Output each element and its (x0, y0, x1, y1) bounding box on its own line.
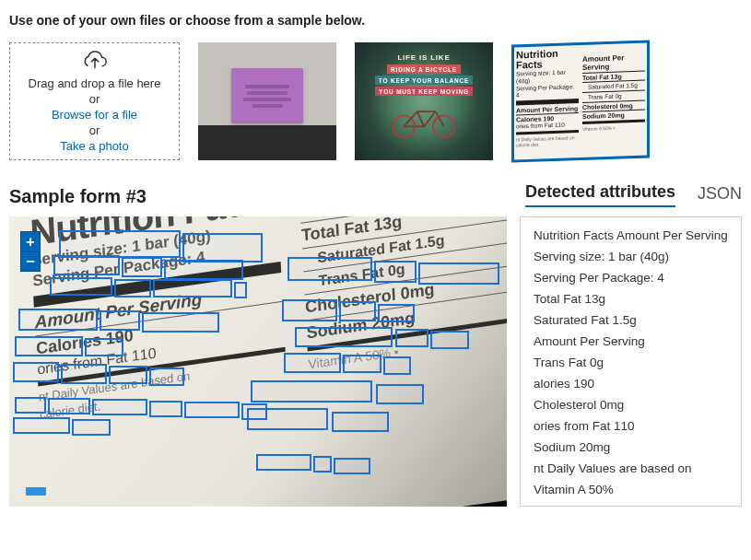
attr-line: Amount Per Serving (534, 334, 728, 348)
sample-thumb-2[interactable]: LIFE IS LIKE RIDING A BICYCLE TO KEEP YO… (355, 42, 493, 160)
detection-box (15, 397, 46, 414)
browse-file-link[interactable]: Browse for a file (52, 108, 137, 122)
detection-box (59, 230, 181, 258)
detection-box (234, 282, 247, 298)
attr-line: calorie diet. (534, 504, 728, 507)
detection-box (251, 380, 372, 402)
attr-line: ories from Fat 110 (534, 419, 728, 433)
or-text-2: or (89, 123, 100, 137)
detection-box (184, 402, 240, 418)
sample-thumb-1[interactable] (198, 42, 336, 160)
detection-box (383, 356, 411, 375)
attr-line: Sodium 20mg (534, 440, 728, 454)
sample-thumb-3[interactable]: Nutrition Facts Serving size: 1 bar (40g… (511, 40, 650, 162)
attr-line: Trans Fat 0g (534, 356, 728, 369)
detection-box (182, 233, 263, 262)
zoom-out-button[interactable]: − (20, 251, 41, 272)
detection-box (343, 355, 381, 373)
or-text-1: or (89, 92, 100, 106)
detection-box (142, 312, 219, 332)
detection-box (247, 408, 328, 430)
bicycle-icon (385, 103, 463, 138)
detection-box (418, 262, 499, 285)
file-dropzone[interactable]: Drag and drop a file here or Browse for … (9, 42, 180, 160)
result-tabs: Detected attributes JSON (525, 182, 742, 207)
detection-box (284, 353, 341, 373)
attr-line: Nutrition Facts Amount Per Serving (534, 228, 728, 242)
tab-detected-attributes[interactable]: Detected attributes (525, 182, 675, 207)
detection-box (100, 310, 140, 331)
detection-box (164, 260, 243, 280)
detected-attributes-panel: Nutrition Facts Amount Per Serving Servi… (520, 216, 742, 507)
detection-box (282, 299, 337, 321)
detection-box (149, 401, 182, 417)
detection-box (48, 398, 90, 414)
detection-box (72, 419, 111, 436)
bike-text: LIFE IS LIKE RIDING A BICYCLE TO KEEP YO… (375, 52, 473, 98)
drag-text: Drag and drop a file here (29, 76, 161, 90)
cloud-upload-icon (81, 50, 109, 75)
zoom-controls: + − (20, 231, 41, 272)
detection-box (53, 255, 120, 275)
attr-line: Cholesterol 0mg (534, 398, 728, 412)
detection-box (332, 412, 389, 432)
detection-box (85, 338, 123, 356)
attr-line: Serving Per Package: 4 (534, 271, 728, 285)
tab-json[interactable]: JSON (698, 184, 742, 207)
attr-line: Serving size: 1 bar (40g) (534, 250, 728, 263)
sticky-note-graphic (231, 68, 303, 123)
detection-box (114, 279, 151, 298)
attr-line: Vitamin A 50% (534, 483, 728, 496)
attr-line: Saturated Fat 1.5g (534, 313, 728, 327)
image-viewer[interactable]: + − Nutrition Facts Serving size: 1 bar … (9, 216, 507, 507)
detection-box (109, 366, 147, 384)
detection-box (153, 279, 232, 298)
detection-box (122, 257, 162, 277)
detection-box (50, 277, 112, 296)
section-title: Sample form #3 (9, 186, 147, 207)
detection-box (13, 417, 70, 434)
detection-box (374, 261, 417, 283)
thumb3-right-col: Amount Per Serving Total Fat 13g Saturat… (582, 46, 645, 157)
take-photo-link[interactable]: Take a photo (60, 139, 128, 153)
detection-box (287, 257, 372, 281)
detection-box (334, 458, 370, 474)
detection-box (313, 456, 332, 472)
detection-box (376, 384, 424, 404)
section-header-row: Sample form #3 Detected attributes JSON (9, 182, 742, 207)
detection-box (18, 309, 98, 331)
attr-line: alories 190 (534, 377, 728, 391)
instruction-text: Use one of your own files or choose from… (9, 13, 742, 28)
main-content-row: + − Nutrition Facts Serving size: 1 bar … (9, 216, 742, 507)
detection-box (15, 336, 83, 356)
attr-line: Total Fat 13g (534, 292, 728, 306)
detection-box (395, 329, 428, 347)
detection-box (430, 331, 469, 349)
detection-box (149, 368, 184, 386)
detection-box (13, 362, 59, 382)
detection-box (339, 301, 376, 321)
detection-box (61, 364, 107, 384)
minimap-indicator (26, 487, 46, 496)
svg-point-1 (433, 116, 455, 138)
attr-line: nt Daily Values are based on (534, 461, 728, 475)
detection-box (378, 304, 415, 322)
zoom-in-button[interactable]: + (20, 231, 41, 251)
detection-box (92, 399, 147, 415)
thumb3-left-col: Nutrition Facts Serving size: 1 bar (40g… (516, 48, 579, 158)
detection-box (256, 454, 311, 471)
detection-box (295, 327, 393, 347)
sample-gallery: Drag and drop a file here or Browse for … (9, 42, 742, 160)
